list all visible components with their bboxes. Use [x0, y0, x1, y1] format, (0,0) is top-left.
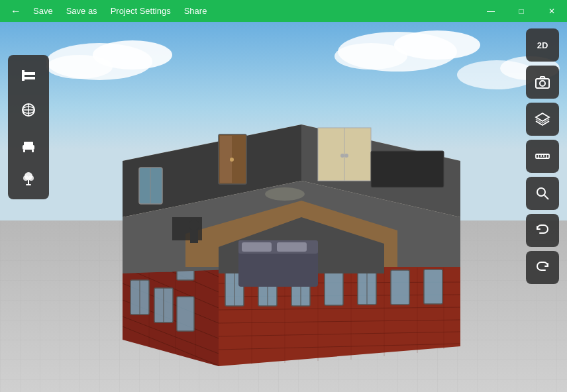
view-2d-button[interactable]: 2D: [526, 28, 559, 62]
svg-point-3: [46, 55, 113, 79]
svg-rect-72: [424, 270, 442, 304]
search-button[interactable]: [526, 177, 559, 210]
save-button[interactable]: Save: [26, 0, 60, 22]
svg-point-123: [537, 188, 545, 196]
svg-rect-102: [22, 70, 25, 81]
svg-point-84: [230, 158, 234, 162]
svg-point-88: [340, 154, 344, 158]
plants-tool-button[interactable]: [12, 162, 45, 195]
undo-button[interactable]: [526, 214, 559, 247]
svg-rect-95: [277, 242, 307, 252]
minimize-button[interactable]: —: [476, 0, 506, 22]
svg-rect-110: [32, 150, 34, 152]
camera-button[interactable]: [526, 66, 559, 99]
svg-rect-108: [24, 142, 33, 146]
measure-button[interactable]: [526, 140, 559, 173]
svg-point-112: [23, 175, 28, 181]
left-toolbar: [8, 55, 49, 199]
svg-point-99: [265, 187, 305, 201]
maximize-button[interactable]: □: [506, 0, 537, 22]
saveas-button[interactable]: Save as: [60, 0, 104, 22]
share-button[interactable]: Share: [178, 0, 214, 22]
svg-point-6: [335, 43, 407, 70]
svg-point-97: [189, 220, 199, 230]
svg-rect-115: [26, 184, 31, 185]
titlebar: ← Save Save as Project Settings Share — …: [0, 0, 567, 22]
scene-canvas[interactable]: [0, 22, 567, 392]
back-button[interactable]: ←: [5, 5, 26, 17]
svg-rect-83: [233, 136, 245, 183]
svg-rect-107: [23, 145, 34, 150]
svg-rect-98: [190, 230, 198, 243]
svg-line-124: [544, 195, 548, 199]
project-settings-button[interactable]: Project Settings: [104, 0, 178, 22]
furniture-tool-button[interactable]: [12, 128, 45, 161]
layers-button[interactable]: [526, 103, 559, 136]
main-viewport[interactable]: 2D: [0, 22, 567, 392]
close-button[interactable]: ✕: [537, 0, 567, 22]
svg-rect-65: [325, 271, 343, 305]
svg-rect-118: [536, 154, 549, 158]
svg-rect-70: [391, 270, 409, 305]
svg-rect-109: [23, 150, 25, 152]
svg-point-117: [540, 81, 545, 86]
svg-rect-90: [371, 151, 444, 187]
redo-button[interactable]: [526, 251, 559, 284]
svg-rect-114: [28, 180, 29, 185]
svg-point-89: [344, 154, 348, 158]
svg-point-113: [28, 175, 34, 181]
svg-rect-40: [177, 297, 194, 331]
svg-rect-94: [242, 242, 272, 252]
window-controls: — □ ✕: [476, 0, 567, 22]
walls-tool-button[interactable]: [12, 59, 45, 92]
right-toolbar: 2D: [526, 28, 559, 284]
windows-tool-button[interactable]: [12, 93, 45, 126]
